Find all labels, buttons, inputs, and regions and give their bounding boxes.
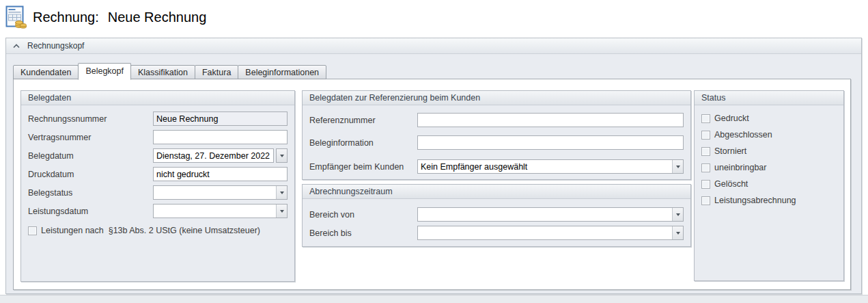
group-belegdaten-title: Belegdaten <box>21 91 294 105</box>
gedruckt-label: Gedruckt <box>714 114 749 123</box>
bereich-von-label: Bereich von <box>309 210 417 220</box>
referenznummer-field[interactable] <box>417 113 684 127</box>
field-row-bereich-bis: Bereich bis <box>309 226 684 240</box>
leistungen-13b-checkbox[interactable] <box>28 226 37 235</box>
invoice-icon <box>5 5 27 29</box>
bereich-von-combo[interactable] <box>417 207 684 222</box>
tab-beleginformationen[interactable]: Beleginformationen <box>238 65 326 79</box>
field-row-bereich-von: Bereich von <box>309 207 684 222</box>
chevron-down-icon <box>280 192 284 194</box>
group-belegdaten: Belegdaten Rechnungssnummer Vertragsnumm… <box>20 90 295 282</box>
field-row-leistungsdatum: Leistungsdatum <box>28 204 288 218</box>
leistungsabrechnung-checkbox[interactable] <box>701 196 710 205</box>
storniert-label: Storniert <box>714 146 746 156</box>
page-title-label: Rechnung: <box>33 10 99 25</box>
belegstatus-label: Belegstatus <box>28 188 153 198</box>
group-abrechnungszeitraum: Abrechnungszeitraum Bereich von Bereich … <box>302 184 691 247</box>
bereich-bis-combo[interactable] <box>417 226 684 240</box>
tab-kundendaten[interactable]: Kundendaten <box>13 65 79 79</box>
belegdatum-dropdown-button[interactable] <box>276 148 288 163</box>
vertragsnummer-field[interactable] <box>153 130 288 144</box>
druckdatum-label: Druckdatum <box>28 170 153 179</box>
field-row-belegstatus: Belegstatus <box>28 185 288 200</box>
tab-klassifikation[interactable]: Klassifikation <box>130 65 195 79</box>
window-title-bar: Rechnung: Neue Rechnung <box>5 5 206 29</box>
gedruckt-checkbox[interactable] <box>701 114 710 123</box>
belegdatum-field[interactable] <box>153 148 274 163</box>
storniert-checkbox[interactable] <box>701 147 710 156</box>
checkbox-row-13b: Leistungen nach §13b Abs. 2 UStG (keine … <box>28 226 288 235</box>
chevron-down-icon <box>676 166 680 168</box>
chevron-up-icon[interactable] <box>13 44 20 49</box>
checkbox-row-uneinbringbar: uneinbringbar <box>701 163 837 172</box>
tab-belegkopf[interactable]: Belegkopf <box>78 63 131 80</box>
page-title: Rechnung: Neue Rechnung <box>33 10 206 25</box>
checkbox-row-leistungsabrechnung: Leistungsabrechnung <box>701 196 837 205</box>
geloescht-label: Gelöscht <box>714 179 748 189</box>
vertragsnummer-label: Vertragsnummer <box>28 133 153 142</box>
checkbox-row-geloescht: Gelöscht <box>701 179 837 189</box>
bereich-bis-label: Bereich bis <box>309 228 417 238</box>
tab-faktura[interactable]: Faktura <box>195 65 238 79</box>
geloescht-checkbox[interactable] <box>701 180 710 189</box>
empfaenger-dropdown-button[interactable] <box>672 160 683 173</box>
belegdatum-label: Belegdatum <box>28 151 153 161</box>
uneinbringbar-checkbox[interactable] <box>701 163 710 172</box>
leistungen-13b-label: Leistungen nach §13b Abs. 2 UStG (keine … <box>41 226 260 235</box>
belegstatus-dropdown-button[interactable] <box>276 186 287 199</box>
empfaenger-combo[interactable]: Kein Empfänger ausgewählt <box>417 159 684 174</box>
group-status: Status Gedruckt Abgeschlossen Storniert … <box>694 90 844 281</box>
leistungsdatum-combo[interactable] <box>153 204 288 218</box>
chevron-down-icon <box>676 213 680 216</box>
bottom-edge-strip <box>0 295 868 303</box>
chevron-down-icon <box>280 210 284 213</box>
field-row-belegdatum: Belegdatum <box>28 148 288 163</box>
beleginformation-label: Beleginformation <box>309 138 417 148</box>
leistungsabrechnung-label: Leistungsabrechnung <box>714 196 796 205</box>
group-abrechnungszeitraum-title: Abrechnungszeitraum <box>303 185 690 199</box>
group-status-title: Status <box>695 91 843 105</box>
field-row-vertragsnummer: Vertragsnummer <box>28 130 288 144</box>
checkbox-row-gedruckt: Gedruckt <box>701 114 837 123</box>
field-row-referenznummer: Referenznummer <box>309 113 684 127</box>
rechnungssnummer-field[interactable] <box>153 111 288 126</box>
page-title-value: Neue Rechnung <box>108 10 207 25</box>
abgeschlossen-label: Abgeschlossen <box>714 130 772 140</box>
uneinbringbar-label: uneinbringbar <box>714 163 766 172</box>
empfaenger-combo-value: Kein Empfänger ausgewählt <box>421 162 527 172</box>
belegstatus-combo[interactable] <box>153 185 288 200</box>
tabstrip: Kundendaten Belegkopf Klassifikation Fak… <box>13 63 326 79</box>
beleginformation-field[interactable] <box>417 135 684 150</box>
chevron-down-icon <box>280 155 284 157</box>
empfaenger-label: Empfänger beim Kunden <box>309 162 417 172</box>
checkbox-row-storniert: Storniert <box>701 146 837 156</box>
leistungsdatum-label: Leistungsdatum <box>28 207 153 216</box>
expander-title: Rechnungskopf <box>27 41 84 51</box>
leistungsdatum-dropdown-button[interactable] <box>276 205 287 218</box>
abgeschlossen-checkbox[interactable] <box>701 131 710 140</box>
chevron-down-icon <box>676 232 680 235</box>
checkbox-row-abgeschlossen: Abgeschlossen <box>701 130 837 140</box>
group-referenzierung-title: Belegdaten zur Referenzierung beim Kunde… <box>303 91 690 105</box>
rechnungskopf-expander-header[interactable]: Rechnungskopf <box>6 38 861 54</box>
rechnungskopf-panel: Rechnungskopf Kundendaten Belegkopf Klas… <box>5 38 862 294</box>
bereich-von-dropdown-button[interactable] <box>672 208 683 221</box>
druckdatum-field[interactable] <box>153 167 288 181</box>
group-referenzierung: Belegdaten zur Referenzierung beim Kunde… <box>302 90 691 180</box>
field-row-druckdatum: Druckdatum <box>28 167 288 181</box>
bereich-bis-dropdown-button[interactable] <box>672 226 683 239</box>
referenznummer-label: Referenznummer <box>309 116 417 125</box>
belegkopf-tab-content: Belegdaten Rechnungssnummer Vertragsnumm… <box>13 79 851 290</box>
field-row-empfaenger: Empfänger beim Kunden Kein Empfänger aus… <box>309 159 684 174</box>
field-row-rechnungssnummer: Rechnungssnummer <box>28 111 288 126</box>
rechnungssnummer-label: Rechnungssnummer <box>28 114 153 124</box>
field-row-beleginformation: Beleginformation <box>309 135 684 150</box>
